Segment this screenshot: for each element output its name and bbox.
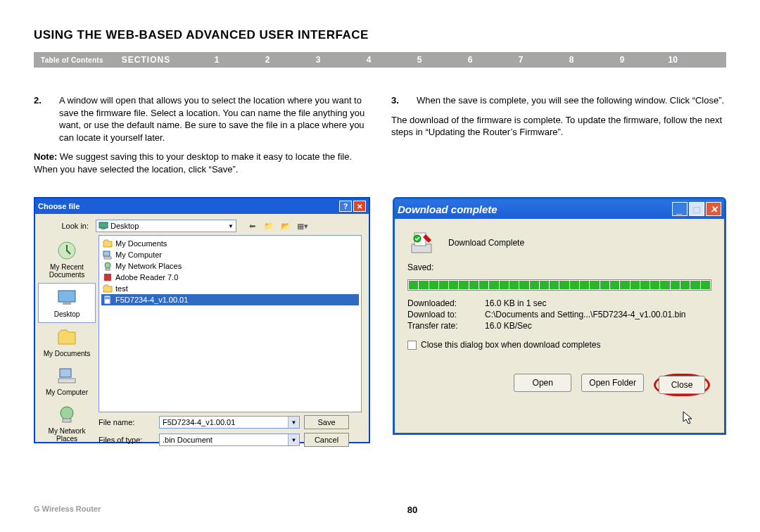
download-complete-dialog: Download complete _ □ ✕ Download Complet… <box>393 197 726 435</box>
choose-file-titlebar[interactable]: Choose file ? ✕ <box>35 198 369 214</box>
open-button[interactable]: Open <box>514 374 571 392</box>
section-8[interactable]: 8 <box>546 55 597 65</box>
close-window-button[interactable]: ✕ <box>706 202 721 216</box>
step-3-text: When the save is complete, you will see … <box>417 94 724 107</box>
file-list[interactable]: My Documents My Computer My Network Plac… <box>99 235 362 412</box>
download-title: Download complete <box>398 203 498 215</box>
folder-icon <box>103 284 113 293</box>
file-item-mycomputer[interactable]: My Computer <box>101 249 359 260</box>
download-status-text: Download Complete <box>448 238 524 248</box>
close-button[interactable]: Close <box>659 376 705 394</box>
lookin-dropdown[interactable]: Desktop ▼ <box>96 220 236 232</box>
svg-rect-4 <box>63 302 71 305</box>
rate-value: 16.0 KB/Sec <box>485 321 532 331</box>
choose-file-title: Choose file <box>38 202 80 210</box>
dropdown-icon[interactable]: ▼ <box>288 434 299 445</box>
progress-bar <box>407 279 711 291</box>
app-icon <box>103 272 113 282</box>
new-folder-icon[interactable]: 📂 <box>280 220 291 232</box>
section-9[interactable]: 9 <box>597 55 647 65</box>
download-to-value: C:\Documents and Setting...\F5D7234-4_v1… <box>485 310 686 319</box>
section-3[interactable]: 3 <box>293 55 343 65</box>
auto-close-checkbox[interactable] <box>407 341 417 350</box>
mydocs-icon <box>56 326 78 348</box>
cancel-button[interactable]: Cancel <box>304 433 349 447</box>
section-2[interactable]: 2 <box>242 55 293 65</box>
step-2-number: 2. <box>34 94 59 144</box>
place-mycomputer[interactable]: My Computer <box>38 362 96 400</box>
section-4[interactable]: 4 <box>343 55 394 65</box>
place-desktop[interactable]: Desktop <box>38 283 96 323</box>
svg-point-11 <box>105 262 110 268</box>
svg-rect-5 <box>60 369 71 377</box>
page-number: 80 <box>407 505 417 515</box>
file-icon <box>103 295 113 305</box>
downloaded-label: Downloaded: <box>407 298 485 308</box>
maximize-button: □ <box>689 202 704 216</box>
step-3-number: 3. <box>391 94 417 107</box>
svg-rect-9 <box>103 251 110 256</box>
footer-product: G Wireless Router <box>34 505 101 515</box>
section-nav: Table of Contents SECTIONS 1 2 3 4 5 6 7… <box>34 52 726 68</box>
cursor-icon <box>682 410 695 426</box>
left-column: 2. A window will open that allows you to… <box>34 94 369 175</box>
place-network[interactable]: My Network Places <box>38 400 96 447</box>
dropdown-icon[interactable]: ▼ <box>288 417 299 428</box>
file-name-input[interactable]: F5D7234-4_v1.00.01▼ <box>159 416 300 429</box>
close-button-highlight: Close <box>654 374 710 396</box>
save-button[interactable]: Save <box>304 415 349 429</box>
followup-text: The download of the firmware is complete… <box>391 114 726 139</box>
file-item-mydocs[interactable]: My Documents <box>101 238 359 249</box>
section-5[interactable]: 5 <box>394 55 445 65</box>
file-type-label: Files of type: <box>99 436 155 444</box>
lookin-label: Look in: <box>42 222 89 230</box>
back-icon[interactable]: ⬅ <box>246 220 258 232</box>
place-recent[interactable]: My Recent Documents <box>38 236 96 283</box>
folder-icon <box>103 239 113 248</box>
auto-close-label: Close this dialog box when download comp… <box>421 340 601 350</box>
help-button[interactable]: ? <box>339 201 352 212</box>
file-item-firmware[interactable]: F5D7234-4_v1.00.01 <box>101 294 359 305</box>
svg-rect-14 <box>104 296 110 304</box>
svg-rect-0 <box>99 222 108 228</box>
svg-rect-8 <box>63 419 71 422</box>
place-mydocs[interactable]: My Documents <box>38 323 96 362</box>
file-item-test[interactable]: test <box>101 283 359 294</box>
file-item-network[interactable]: My Network Places <box>101 260 359 272</box>
svg-rect-10 <box>104 257 111 259</box>
svg-rect-15 <box>105 297 110 298</box>
section-1[interactable]: 1 <box>191 55 242 65</box>
section-7[interactable]: 7 <box>495 55 546 65</box>
svg-rect-16 <box>105 298 110 299</box>
svg-rect-3 <box>58 291 75 302</box>
network-icon <box>103 261 113 271</box>
file-type-dropdown[interactable]: .bin Document▼ <box>159 433 300 446</box>
file-item-adobe[interactable]: Adobe Reader 7.0 <box>101 272 359 283</box>
desktop-place-icon <box>56 286 78 309</box>
up-folder-icon[interactable]: 📁 <box>263 220 274 232</box>
download-complete-icon <box>407 229 436 257</box>
close-window-button[interactable]: ✕ <box>353 201 366 212</box>
computer-icon <box>103 250 113 260</box>
svg-rect-6 <box>58 379 75 383</box>
svg-point-7 <box>61 407 73 419</box>
right-column: 3. When the save is complete, you will s… <box>391 94 726 175</box>
step-2-text: A window will open that allows you to se… <box>59 94 369 144</box>
network-places-icon <box>56 403 78 426</box>
svg-rect-13 <box>104 274 111 281</box>
section-10[interactable]: 10 <box>647 55 698 65</box>
view-menu-icon[interactable]: ▦▾ <box>297 220 308 232</box>
download-titlebar[interactable]: Download complete _ □ ✕ <box>395 199 724 219</box>
sections-label: SECTIONS <box>122 55 170 65</box>
svg-rect-12 <box>106 268 110 270</box>
section-6[interactable]: 6 <box>445 55 495 65</box>
downloaded-value: 16.0 KB in 1 sec <box>485 298 546 308</box>
minimize-button[interactable]: _ <box>672 202 688 216</box>
places-bar: My Recent Documents Desktop My Documents… <box>35 235 99 412</box>
mycomputer-icon <box>56 365 78 387</box>
saved-label: Saved: <box>395 261 724 277</box>
toc-link[interactable]: Table of Contents <box>41 56 103 64</box>
open-folder-button[interactable]: Open Folder <box>581 374 644 392</box>
choose-file-dialog: Choose file ? ✕ Look in: Desktop ▼ ⬅ 📁 📂… <box>34 197 370 443</box>
download-to-label: Download to: <box>407 310 485 319</box>
